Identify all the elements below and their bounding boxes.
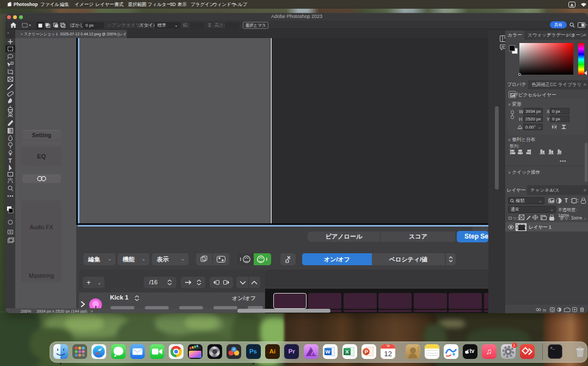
- svg-text:T: T: [565, 198, 568, 204]
- svg-text:T: T: [9, 158, 12, 164]
- svg-text:fx: fx: [543, 308, 547, 312]
